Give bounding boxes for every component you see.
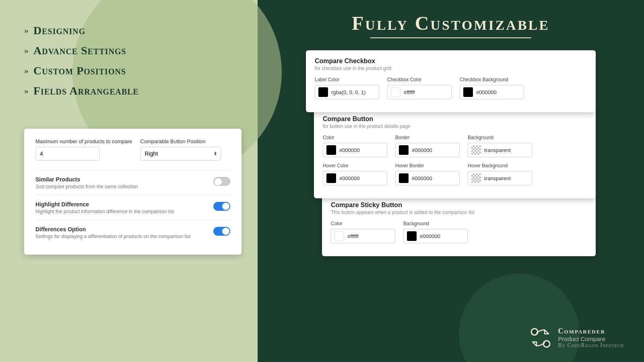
hover-border-label: Hover Border <box>395 163 460 169</box>
btn-bg-group: Background transparent <box>468 135 532 157</box>
toggle-row-similar: Similar Products Just compare products f… <box>35 170 230 195</box>
checkbox-bg-swatch <box>463 87 473 97</box>
toggle-desc-highlight: Highlight the product information differ… <box>35 209 174 214</box>
brand-logo-icon <box>528 326 553 350</box>
max-products-input[interactable] <box>36 147 100 160</box>
feature-label-advance: Advance Settings <box>33 44 126 57</box>
toggle-info-similar: Similar Products Just compare products f… <box>35 176 138 189</box>
checkbox-color-label: Checkbox Color <box>387 77 452 82</box>
btn-border-label: Border <box>395 135 460 140</box>
arrow-icon-3: » <box>24 66 29 76</box>
feature-list: » Designing » Advance Settings » Custom … <box>24 24 242 105</box>
right-panel: Fully Customizable Compare Checkbox for … <box>258 0 644 362</box>
hover-border-swatch <box>399 173 409 183</box>
feature-item-fields: » Fields Arrangeable <box>24 84 242 97</box>
title-underline <box>370 37 531 38</box>
hover-color-label: Hover Color <box>323 163 387 169</box>
btn-border-swatch <box>399 145 409 155</box>
sticky-color-input[interactable]: #ffffff <box>331 229 395 243</box>
compare-sticky-title: Compare Sticky Button <box>331 202 587 209</box>
max-products-input-wrapper[interactable]: ▲ ▼ <box>35 147 100 160</box>
btn-bg-input[interactable]: transparent <box>468 143 532 157</box>
button-position-select[interactable]: Right Left Center <box>141 147 210 160</box>
button-position-label: Comparable Button Position <box>140 138 221 144</box>
btn-bg-label: Background <box>468 135 532 140</box>
btn-color-value: #000000 <box>339 147 360 153</box>
feature-item-advance: » Advance Settings <box>24 44 242 57</box>
svg-point-0 <box>531 329 538 335</box>
toggle-desc-differences: Settings for displaying a differentiatio… <box>35 234 190 239</box>
toggle-info-differences: Differences Option Settings for displayi… <box>35 226 190 239</box>
toggle-highlight[interactable] <box>213 202 230 211</box>
sticky-color-label: Color <box>331 221 395 226</box>
compare-button-title: Compare Button <box>323 115 587 123</box>
brand-text: Compareder Product Compare By CodeRagon … <box>558 327 624 349</box>
hover-color-group: Hover Color #000000 <box>323 163 387 185</box>
sticky-color-swatch <box>334 231 344 241</box>
btn-bg-value: transparent <box>484 147 511 153</box>
button-position-group: Comparable Button Position Right Left Ce… <box>140 138 221 160</box>
hover-bg-group: Hover Background transparent <box>468 163 532 185</box>
checkbox-color-input[interactable]: #ffffff <box>387 85 452 99</box>
checkbox-bg-label: Checkbox Background <box>460 77 524 82</box>
compare-button-panel: Compare Button for button use in the pro… <box>314 108 596 198</box>
label-color-group: Label Color rgba(0, 0, 0, 1) <box>315 77 379 99</box>
button-position-select-wrapper[interactable]: Right Left Center ⬍ <box>140 147 221 160</box>
compare-checkbox-fields: Label Color rgba(0, 0, 0, 1) Checkbox Co… <box>315 77 587 99</box>
sticky-color-group: Color #ffffff <box>331 221 395 243</box>
checkbox-color-value: #ffffff <box>404 89 415 95</box>
compare-sticky-subtitle: This button appears when a product is ad… <box>331 210 587 215</box>
color-panels-container: Compare Checkbox for checkbox use in the… <box>306 50 596 252</box>
compare-button-row2: Hover Color #000000 Hover Border #000000… <box>323 163 587 185</box>
btn-color-label: Color <box>323 135 387 140</box>
toggle-title-highlight: Highlight Difference <box>35 201 174 208</box>
label-color-swatch <box>318 87 328 97</box>
checkbox-bg-input[interactable]: #000000 <box>460 85 524 99</box>
hover-bg-label: Hover Background <box>468 163 532 169</box>
feature-label-designing: Designing <box>33 24 85 37</box>
sticky-bg-value: #000000 <box>420 233 440 239</box>
compare-button-row1: Color #000000 Border #000000 Background <box>323 135 587 157</box>
hover-color-input[interactable]: #000000 <box>323 171 387 185</box>
toggle-title-differences: Differences Option <box>35 226 190 232</box>
checkbox-color-swatch <box>391 87 400 97</box>
toggle-differences[interactable] <box>213 227 230 236</box>
checkbox-color-group: Checkbox Color #ffffff <box>387 77 452 99</box>
brand-by: By CodeRagon Infotech <box>558 342 624 349</box>
hover-color-value: #000000 <box>339 175 360 181</box>
sticky-color-value: #ffffff <box>347 233 359 239</box>
compare-checkbox-title: Compare Checkbox <box>315 58 587 65</box>
hover-bg-swatch <box>471 173 481 183</box>
hover-border-input[interactable]: #000000 <box>395 171 460 185</box>
toggle-row-highlight: Highlight Difference Highlight the produ… <box>35 195 230 220</box>
toggle-title-similar: Similar Products <box>35 176 138 183</box>
sticky-bg-group: Background #000000 <box>403 221 468 243</box>
btn-color-input[interactable]: #000000 <box>323 143 387 157</box>
toggle-row-differences: Differences Option Settings for displayi… <box>35 220 230 245</box>
branding: Compareder Product Compare By CodeRagon … <box>528 326 624 350</box>
btn-border-input[interactable]: #000000 <box>395 143 460 157</box>
svg-point-1 <box>543 341 550 347</box>
btn-border-group: Border #000000 <box>395 135 460 157</box>
main-title: Fully Customizable <box>352 12 550 34</box>
hover-bg-value: transparent <box>484 175 511 181</box>
label-color-input[interactable]: rgba(0, 0, 0, 1) <box>315 85 379 99</box>
compare-checkbox-panel: Compare Checkbox for checkbox use in the… <box>306 50 596 112</box>
brand-name: Compareder <box>558 327 624 335</box>
hover-border-value: #000000 <box>412 175 432 181</box>
max-products-group: Maximum number of products to compare ▲ … <box>35 138 132 160</box>
hover-bg-input[interactable]: transparent <box>468 171 532 185</box>
btn-border-value: #000000 <box>412 147 432 153</box>
btn-color-group: Color #000000 <box>323 135 387 157</box>
brand-sub: Product Compare <box>558 335 624 342</box>
label-color-value: rgba(0, 0, 0, 1) <box>331 89 365 95</box>
sticky-bg-swatch <box>407 231 417 241</box>
sticky-bg-input[interactable]: #000000 <box>403 229 468 243</box>
compare-checkbox-subtitle: for checkbox use in the product grid <box>315 66 587 71</box>
toggle-desc-similar: Just compare products from the same coll… <box>35 184 138 189</box>
compare-sticky-fields: Color #ffffff Background #000000 <box>331 221 587 243</box>
btn-bg-swatch <box>471 145 481 155</box>
checkbox-bg-value: #000000 <box>476 89 497 95</box>
btn-color-swatch <box>326 145 336 155</box>
toggle-similar[interactable] <box>213 177 230 186</box>
